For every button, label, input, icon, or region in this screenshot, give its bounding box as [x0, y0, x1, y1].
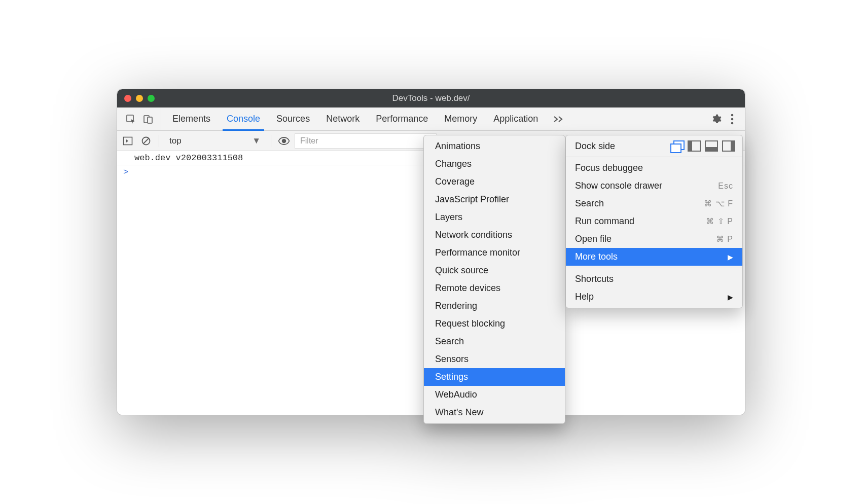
- dock-side-row: Dock side: [566, 137, 742, 155]
- prompt-chevron-icon: >: [123, 167, 128, 177]
- inspect-element-icon[interactable]: [123, 112, 138, 127]
- menu-separator: [566, 268, 742, 268]
- menu-item-show-console-drawer[interactable]: Show console drawerEsc: [566, 177, 742, 195]
- tab-network[interactable]: Network: [318, 107, 368, 130]
- svg-line-8: [143, 138, 149, 143]
- tab-application[interactable]: Application: [485, 107, 546, 130]
- menu-item-label: Show console drawer: [575, 181, 662, 191]
- menu-item-shortcut: ⌘ ⌥ F: [704, 199, 733, 208]
- svg-point-5: [731, 122, 734, 124]
- more-tools-item-performance-monitor[interactable]: Performance monitor: [424, 244, 565, 262]
- more-tools-item-request-blocking[interactable]: Request blocking: [424, 315, 565, 333]
- menu-item-more-tools[interactable]: More tools▶: [566, 248, 742, 266]
- menu-item-label: Run command: [575, 216, 634, 227]
- dock-left-icon[interactable]: [688, 140, 701, 152]
- titlebar: DevTools - web.dev/: [117, 89, 745, 107]
- submenu-arrow-icon: ▶: [728, 293, 733, 301]
- more-tools-item-sensors[interactable]: Sensors: [424, 350, 565, 368]
- menu-item-shortcut: ⌘ ⇧ P: [706, 217, 733, 226]
- window-minimize-button[interactable]: [136, 95, 143, 102]
- svg-point-3: [731, 114, 734, 116]
- execution-context-select[interactable]: top ▼: [164, 133, 266, 149]
- more-tools-item-changes[interactable]: Changes: [424, 155, 565, 173]
- more-tools-item-coverage[interactable]: Coverage: [424, 173, 565, 191]
- more-tools-item-layers[interactable]: Layers: [424, 208, 565, 226]
- console-filter-input[interactable]: [295, 133, 437, 149]
- separator: [159, 135, 159, 147]
- dropdown-caret-icon: ▼: [252, 136, 261, 146]
- menu-item-search[interactable]: Search⌘ ⌥ F: [566, 195, 742, 212]
- window-title: DevTools - web.dev/: [117, 93, 745, 103]
- svg-point-4: [731, 118, 734, 120]
- more-tools-item-remote-devices[interactable]: Remote devices: [424, 279, 565, 297]
- menu-item-label: More tools: [575, 251, 618, 262]
- tab-sources[interactable]: Sources: [268, 107, 318, 130]
- menu-item-open-file[interactable]: Open file⌘ P: [566, 230, 742, 248]
- menu-item-label: Shortcuts: [575, 274, 614, 284]
- window-zoom-button[interactable]: [148, 95, 155, 102]
- more-tools-item-webaudio[interactable]: WebAudio: [424, 386, 565, 404]
- more-tools-item-animations[interactable]: Animations: [424, 137, 565, 155]
- menu-item-shortcut: ⌘ P: [716, 234, 733, 244]
- clear-console-icon[interactable]: [138, 133, 154, 149]
- devtools-window: DevTools - web.dev/ ElementsConsoleSourc…: [117, 89, 745, 415]
- settings-gear-icon[interactable]: [708, 112, 724, 127]
- menu-item-shortcut: Esc: [718, 182, 733, 191]
- tab-console[interactable]: Console: [219, 107, 268, 130]
- menu-item-help[interactable]: Help▶: [566, 288, 742, 306]
- tab-performance[interactable]: Performance: [368, 107, 436, 130]
- svg-point-9: [282, 139, 286, 142]
- more-tools-item-rendering[interactable]: Rendering: [424, 297, 565, 315]
- device-toolbar-icon[interactable]: [140, 112, 156, 127]
- console-sidebar-toggle-icon[interactable]: [120, 133, 135, 149]
- menu-item-label: Focus debuggee: [575, 163, 643, 173]
- svg-rect-2: [148, 117, 152, 123]
- menu-item-label: Open file: [575, 234, 612, 244]
- window-close-button[interactable]: [124, 95, 131, 102]
- menu-separator: [566, 157, 742, 157]
- dock-side-label: Dock side: [575, 141, 615, 152]
- submenu-arrow-icon: ▶: [728, 253, 733, 261]
- dock-undock-icon[interactable]: [670, 140, 684, 152]
- more-tools-submenu: AnimationsChangesCoverageJavaScript Prof…: [423, 135, 565, 424]
- tab-memory[interactable]: Memory: [436, 107, 485, 130]
- tab-elements[interactable]: Elements: [164, 107, 219, 130]
- more-tabs-icon[interactable]: [549, 107, 567, 130]
- more-tools-item-settings[interactable]: Settings: [424, 368, 565, 386]
- more-tools-item-javascript-profiler[interactable]: JavaScript Profiler: [424, 191, 565, 208]
- dock-bottom-icon[interactable]: [705, 140, 718, 152]
- traffic-lights: [124, 95, 155, 102]
- more-tools-item-quick-source[interactable]: Quick source: [424, 262, 565, 279]
- menu-item-shortcuts[interactable]: Shortcuts: [566, 270, 742, 288]
- menu-item-label: Search: [575, 198, 604, 209]
- panel-tabs: ElementsConsoleSourcesNetworkPerformance…: [117, 107, 745, 131]
- more-tools-item-what-s-new[interactable]: What's New: [424, 404, 565, 421]
- live-expression-eye-icon[interactable]: [276, 133, 292, 149]
- dock-right-icon[interactable]: [722, 140, 735, 152]
- menu-item-run-command[interactable]: Run command⌘ ⇧ P: [566, 212, 742, 230]
- more-tools-item-network-conditions[interactable]: Network conditions: [424, 226, 565, 244]
- main-menu: Dock side Focus debuggeeShow console dra…: [565, 135, 743, 308]
- kebab-menu-icon[interactable]: [725, 112, 740, 127]
- execution-context-label: top: [169, 136, 182, 146]
- menu-item-label: Help: [575, 292, 594, 302]
- menu-item-focus-debuggee[interactable]: Focus debuggee: [566, 159, 742, 177]
- more-tools-item-search[interactable]: Search: [424, 333, 565, 350]
- separator: [271, 135, 271, 147]
